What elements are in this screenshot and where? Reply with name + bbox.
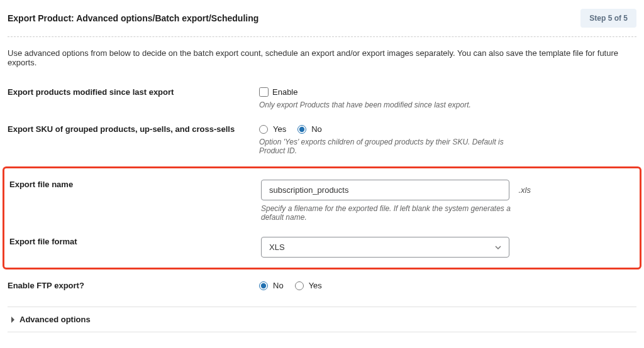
label-modified-since: Export products modified since last expo… xyxy=(8,87,259,109)
intro-text: Use advanced options from below to decid… xyxy=(8,48,636,67)
sku-grouped-no-label: No xyxy=(311,124,322,134)
ftp-yes-label: Yes xyxy=(309,281,322,290)
row-ftp-export: Enable FTP export? No Yes xyxy=(8,273,636,298)
highlight-file-settings: Export file name .xls Specify a filename… xyxy=(3,166,641,269)
chevron-right-icon xyxy=(11,317,14,323)
label-ftp-export: Enable FTP export? xyxy=(8,281,259,290)
file-format-select[interactable]: XLS xyxy=(261,237,509,258)
divider xyxy=(8,332,636,332)
ftp-yes-radio[interactable] xyxy=(295,281,304,290)
label-file-name: Export file name xyxy=(9,180,261,222)
ftp-no-label: No xyxy=(273,281,284,290)
page-header: Export Product: Advanced options/Batch e… xyxy=(8,9,636,37)
file-name-input[interactable] xyxy=(261,180,509,200)
label-sku-grouped: Export SKU of grouped products, up-sells… xyxy=(8,124,259,155)
sku-grouped-no-radio[interactable] xyxy=(297,125,306,134)
hint-sku-grouped: Option 'Yes' exports children of grouped… xyxy=(259,138,511,155)
enable-modified-since-checkbox[interactable] xyxy=(259,87,269,97)
sku-grouped-yes-label: Yes xyxy=(273,124,286,134)
hint-file-name: Specify a filename for the exported file… xyxy=(261,204,513,222)
enable-modified-since-label: Enable xyxy=(272,87,297,97)
ftp-no-radio[interactable] xyxy=(259,281,268,290)
file-ext-label: .xls xyxy=(518,185,531,195)
hint-modified-since: Only export Products that have been modi… xyxy=(259,101,511,109)
sku-grouped-yes-radio[interactable] xyxy=(259,125,268,134)
label-file-format: Export file format xyxy=(9,237,261,258)
advanced-options-label: Advanced options xyxy=(19,315,91,324)
row-file-format: Export file format XLS xyxy=(9,229,635,260)
step-badge: Step 5 of 5 xyxy=(580,9,636,28)
row-modified-since: Export products modified since last expo… xyxy=(8,80,636,117)
row-file-name: Export file name .xls Specify a filename… xyxy=(9,172,635,229)
page-title: Export Product: Advanced options/Batch e… xyxy=(8,13,258,23)
row-sku-grouped: Export SKU of grouped products, up-sells… xyxy=(8,117,636,163)
advanced-options-accordion[interactable]: Advanced options xyxy=(8,307,636,332)
